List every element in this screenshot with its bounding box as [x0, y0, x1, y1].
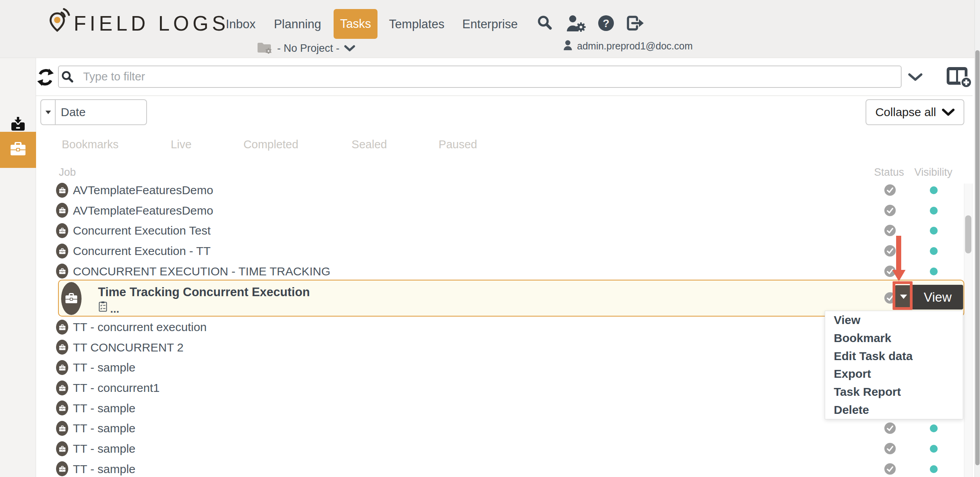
annotation-arrowhead	[892, 270, 906, 281]
logo-pin-icon	[49, 6, 71, 34]
nav-item[interactable]: Planning	[274, 17, 321, 31]
status-complete-icon	[884, 422, 896, 434]
user-settings-icon[interactable]	[566, 15, 586, 34]
app-logo[interactable]	[49, 6, 71, 34]
project-selector-label: - No Project -	[277, 42, 339, 55]
sort-field-label: Date	[56, 106, 85, 119]
job-name: TT - sample	[73, 439, 135, 459]
table-row[interactable]: Concurrent Execution - TT	[0, 241, 973, 261]
project-folder-icon	[257, 42, 272, 55]
status-complete-icon	[884, 225, 896, 236]
nav-item[interactable]: Templates	[389, 17, 444, 31]
menu-item[interactable]: Bookmark	[825, 329, 963, 347]
sort-direction-toggle[interactable]	[41, 100, 56, 124]
table-row[interactable]: TT - sample	[0, 418, 973, 439]
status-complete-icon	[884, 245, 896, 257]
status-complete-icon	[884, 205, 896, 216]
nav-item[interactable]: Enterprise	[462, 17, 517, 31]
job-name: TT - sample	[73, 418, 135, 439]
nav-item-label: Inbox	[226, 17, 256, 31]
visibility-dot	[930, 247, 938, 255]
tab-label: Live	[171, 138, 191, 151]
details-ellipsis[interactable]: ...	[110, 305, 119, 313]
app-root: FIELD LOGS Inbox Planning Tasks Template…	[0, 0, 980, 477]
status-tab[interactable]: Bookmarks	[62, 138, 118, 151]
chevron-down-icon	[942, 109, 955, 118]
collapse-all-button[interactable]: Collapse all	[866, 99, 964, 125]
menu-item[interactable]: Edit Task data	[825, 347, 963, 365]
visibility-dot	[930, 445, 938, 453]
tab-label: Paused	[439, 138, 477, 151]
job-name: AVTemplateFeaturesDemo	[73, 180, 213, 200]
menu-item[interactable]: View	[825, 311, 963, 329]
job-name: TT - sample	[73, 459, 135, 477]
job-briefcase-icon	[56, 441, 68, 456]
table-row[interactable]: TT - sample	[0, 459, 973, 477]
sidebar-item-tasks[interactable]	[0, 132, 36, 168]
nav-item-label: Templates	[389, 17, 444, 31]
job-name: TT - sample	[73, 398, 135, 419]
annotation-arrow	[896, 236, 901, 271]
job-briefcase-icon	[56, 244, 68, 259]
help-icon[interactable]: ?	[598, 15, 614, 33]
tab-label: Sealed	[352, 138, 387, 151]
status-tab[interactable]: Live	[171, 138, 191, 151]
menu-item-label: Export	[834, 367, 871, 381]
menu-item-label: Bookmark	[834, 331, 891, 345]
nav-item[interactable]: Tasks	[334, 9, 377, 39]
collapse-all-label: Collapse all	[875, 106, 936, 119]
refresh-icon[interactable]	[36, 68, 55, 87]
user-avatar-icon	[563, 40, 572, 52]
table-row[interactable]: AVTemplateFeaturesDemo	[0, 180, 973, 200]
job-name: Concurrent Execution - TT	[73, 241, 211, 261]
table-row[interactable]: AVTemplateFeaturesDemo	[0, 200, 973, 221]
table-row[interactable]: TT - sample	[0, 439, 973, 459]
svg-text:?: ?	[603, 17, 609, 29]
job-name: TT - concurrent1	[73, 378, 160, 398]
menu-item[interactable]: Delete	[825, 401, 963, 419]
caret-down-icon	[45, 111, 51, 114]
tab-label: Completed	[243, 138, 298, 151]
list-scrollbar-thumb[interactable]	[965, 215, 971, 253]
status-tab[interactable]: Paused	[439, 138, 477, 151]
search-icon[interactable]	[537, 15, 553, 33]
status-complete-icon	[884, 184, 896, 196]
status-tab[interactable]: Sealed	[352, 138, 387, 151]
job-briefcase-icon	[56, 223, 68, 238]
status-complete-icon	[884, 443, 896, 454]
expand-filters-chevron-icon[interactable]	[908, 73, 923, 83]
add-column-view-icon[interactable]	[946, 66, 973, 90]
visibility-dot	[930, 424, 938, 432]
job-name: CONCURRENT EXECUTION - TIME TRACKING	[73, 261, 330, 282]
menu-item-label: Edit Task data	[834, 350, 913, 363]
visibility-dot	[930, 186, 938, 194]
column-header-job: Job	[59, 166, 76, 178]
table-row[interactable]: CONCURRENT EXECUTION - TIME TRACKING	[0, 261, 973, 282]
job-briefcase-icon	[56, 320, 68, 335]
job-name: Concurrent Execution Test	[73, 220, 211, 241]
visibility-dot	[930, 268, 938, 275]
filter-input[interactable]	[58, 66, 902, 88]
view-button[interactable]: View	[912, 285, 963, 310]
visibility-dot	[930, 465, 938, 473]
top-header: FIELD LOGS Inbox Planning Tasks Template…	[0, 0, 975, 58]
job-name: TT - sample	[73, 357, 135, 378]
menu-item[interactable]: Export	[825, 365, 963, 383]
status-tab[interactable]: Completed	[243, 138, 298, 151]
visibility-dot	[930, 227, 938, 235]
user-account[interactable]: admin.preprod1@doc.com	[563, 40, 693, 52]
menu-item-label: Task Report	[834, 385, 901, 399]
menu-item[interactable]: Task Report	[825, 383, 963, 401]
project-selector[interactable]: - No Project -	[257, 42, 355, 55]
chevron-down-icon	[344, 45, 355, 53]
logout-icon[interactable]	[626, 15, 644, 33]
left-sidebar	[0, 58, 36, 477]
table-row[interactable]: Concurrent Execution Test	[0, 220, 973, 241]
job-briefcase-icon	[56, 360, 68, 375]
job-name: TT - concurrent execution	[73, 317, 207, 337]
job-briefcase-icon	[56, 264, 68, 279]
page-scrollbar-thumb[interactable]	[975, 50, 980, 465]
nav-item[interactable]: Inbox	[226, 17, 256, 31]
selected-job-details: ...	[99, 301, 119, 313]
sort-field-dropdown[interactable]: Date	[40, 99, 147, 125]
